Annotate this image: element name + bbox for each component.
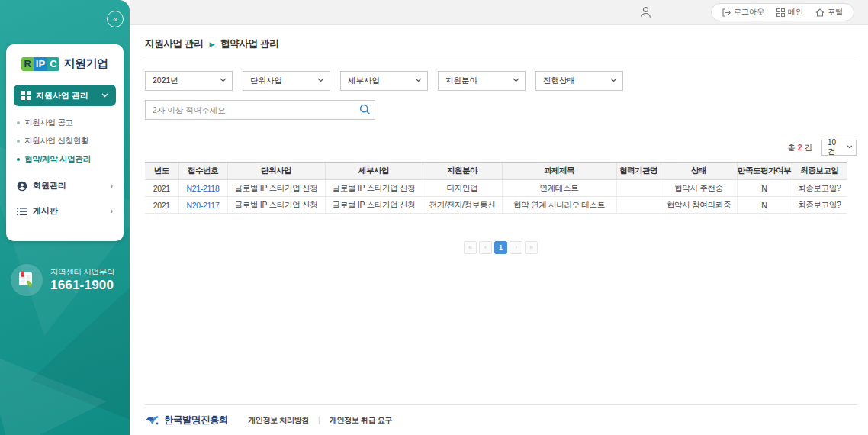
main-label: 메인 — [788, 7, 803, 18]
contact-phone: 1661-1900 — [50, 278, 114, 293]
sidebar-item-label: 게시판 — [33, 205, 58, 217]
search-box — [145, 100, 375, 120]
logo-block-c: C — [47, 57, 59, 71]
total-count: 총 2 건 — [787, 143, 812, 153]
unit-project-select-value: 단위사업 — [250, 76, 282, 86]
total-count-number: 2 — [798, 143, 802, 152]
year-select-value: 2021년 — [153, 76, 178, 86]
sidebar-decor-polygon — [0, 328, 107, 435]
cell-receipt-no-link[interactable]: N21-2118 — [178, 180, 227, 197]
page-1-button[interactable]: 1 — [494, 241, 507, 254]
cell-partner-org — [616, 197, 661, 214]
grid-outline-icon — [776, 8, 785, 17]
page-size-value: 10건 — [828, 138, 844, 157]
prev-page-button[interactable]: ‹ — [479, 241, 492, 254]
sidebar-collapse-button[interactable]: « — [107, 11, 124, 27]
breadcrumb-current: 협약사업 관리 — [220, 37, 278, 50]
footer-org-name: 한국발명진흥회 — [164, 414, 228, 427]
page-size-select[interactable]: 10건 — [821, 140, 857, 156]
cell-task-title: 협약 연계 시나리오 테스트 — [502, 197, 616, 214]
cell-status: 협약사 추천중 — [661, 180, 737, 197]
cell-satisfaction: N — [737, 197, 792, 214]
sidebar-item-agreement-management[interactable]: 협약/계약 사업관리 — [14, 150, 116, 169]
sidebar-card: R IP C 지원기업 지원사업 관리 지원사업 공고 — [6, 44, 124, 241]
last-page-button[interactable]: » — [525, 241, 538, 254]
logout-button[interactable]: 로그아웃 — [722, 7, 764, 18]
search-input[interactable] — [146, 101, 352, 119]
sidebar-item-board[interactable]: 게시판 › — [14, 198, 116, 224]
chevron-right-icon: › — [111, 182, 113, 190]
cell-support-field: 디자인업 — [423, 180, 502, 197]
unit-project-select[interactable]: 단위사업 — [243, 71, 330, 91]
phone-book-icon — [11, 264, 43, 296]
submenu-label: 지원사업 신청현황 — [24, 136, 88, 147]
support-field-select[interactable]: 지원분야 — [438, 71, 526, 91]
col-sub-project: 세부사업 — [325, 163, 423, 180]
agreement-table: 년도 접수번호 단위사업 세부사업 지원분야 과제제목 협력기관명 상태 만족도… — [145, 162, 847, 214]
cell-unit-project: 글로벌 IP 스타기업 신청 — [227, 197, 325, 214]
home-icon — [815, 8, 825, 17]
sidebar-item-support-management[interactable]: 지원사업 관리 — [14, 85, 116, 106]
col-status: 상태 — [661, 163, 737, 180]
progress-status-select[interactable]: 진행상태 — [535, 71, 623, 91]
divider — [145, 60, 857, 60]
cell-unit-project: 글로벌 IP 스타기업 신청 — [227, 180, 325, 197]
content: 지원사업 관리 ▶ 협약사업 관리 2021년 단위사업 — [130, 25, 868, 435]
year-select[interactable]: 2021년 — [145, 71, 233, 91]
chevron-down-icon — [513, 78, 519, 82]
kipa-swoosh-icon — [145, 414, 160, 427]
cell-partner-org — [616, 180, 661, 197]
logo-block-ip: IP — [34, 57, 47, 71]
privacy-policy-link[interactable]: 개인정보 처리방침 — [248, 415, 309, 426]
ripc-logo-icon: R IP C — [21, 57, 59, 71]
logo-block-r: R — [21, 57, 33, 71]
col-receipt-no: 접수번호 — [178, 163, 227, 180]
submenu: 지원사업 공고 지원사업 신청현황 협약/계약 사업관리 — [14, 114, 116, 169]
cell-year: 2021 — [145, 180, 178, 197]
app-logo: R IP C 지원기업 — [14, 56, 116, 71]
sidebar-item-application-status[interactable]: 지원사업 신청현황 — [14, 132, 116, 150]
search-button[interactable] — [359, 104, 371, 115]
chevron-down-icon — [101, 93, 108, 98]
cell-task-title: 연계테스트 — [502, 180, 616, 197]
sidebar-item-members[interactable]: 회원관리 › — [14, 173, 116, 198]
logout-label: 로그아웃 — [734, 7, 764, 18]
list-controls: 총 2 건 10건 — [145, 140, 857, 156]
logo-title: 지원기업 — [64, 56, 108, 71]
cell-status: 협약사 참여의뢰중 — [661, 197, 737, 214]
cell-support-field: 전기/전자/정보통신 — [423, 197, 502, 214]
user-icon[interactable] — [640, 6, 651, 18]
next-page-button[interactable]: › — [510, 241, 522, 254]
sidebar-item-announcements[interactable]: 지원사업 공고 — [14, 114, 116, 132]
support-field-select-value: 지원분야 — [445, 76, 477, 86]
col-task-title: 과제제목 — [502, 163, 616, 180]
breadcrumb-parent[interactable]: 지원사업 관리 — [145, 37, 203, 50]
submenu-label: 협약/계약 사업관리 — [24, 154, 91, 165]
col-partner-org: 협력기관명 — [616, 163, 661, 180]
bullet-icon — [17, 158, 20, 161]
sub-project-select[interactable]: 세부사업 — [340, 71, 428, 91]
privacy-request-link[interactable]: 개인정보 취급 요구 — [330, 415, 393, 426]
portal-button[interactable]: 포털 — [815, 7, 843, 18]
logout-icon — [722, 8, 731, 17]
chevron-down-icon — [415, 78, 422, 82]
col-final-report: 최종보고일 — [792, 163, 847, 180]
col-support-field: 지원분야 — [423, 163, 502, 180]
cell-year: 2021 — [145, 197, 178, 214]
cell-final-report: 최종보고일? — [792, 180, 847, 197]
sidebar-item-label: 회원관리 — [33, 180, 66, 192]
breadcrumb: 지원사업 관리 ▶ 협약사업 관리 — [145, 36, 857, 60]
cell-receipt-no-link[interactable]: N20-2117 — [178, 197, 227, 214]
main-button[interactable]: 메인 — [776, 7, 803, 18]
contact-info: 지역센터 사업문의 1661-1900 — [11, 264, 114, 296]
table-row: 2021 N21-2118 글로벌 IP 스타기업 신청 글로벌 IP 스타기업… — [145, 180, 847, 197]
chevron-down-icon — [317, 78, 324, 82]
progress-status-select-value: 진행상태 — [543, 76, 575, 86]
first-page-button[interactable]: « — [464, 241, 477, 254]
breadcrumb-arrow-icon: ▶ — [209, 40, 214, 48]
bullet-icon — [17, 121, 20, 124]
pagination: « ‹ 1 › » — [145, 241, 857, 254]
filter-row: 2021년 단위사업 세부사업 — [145, 71, 857, 91]
cell-sub-project: 글로벌 IP 스타기업 신청 — [325, 180, 423, 197]
cell-final-report: 최종보고일? — [792, 197, 847, 214]
